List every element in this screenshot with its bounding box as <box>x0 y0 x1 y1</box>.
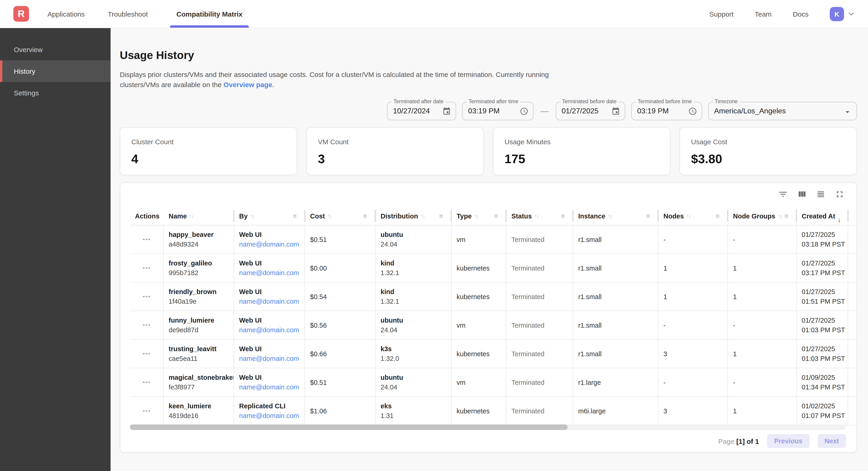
table-body: happy_beavera48d9324Web UIname@domain.co… <box>130 225 857 425</box>
filter-terminated-before-time[interactable]: Terminated before time03:19 PM <box>631 102 702 120</box>
row-email-link[interactable]: name@domain.com <box>239 241 302 248</box>
next-button[interactable]: Next <box>817 434 846 448</box>
distribution-name: k3s <box>380 345 448 353</box>
nav-link-docs[interactable]: Docs <box>793 10 809 18</box>
column-menu-icon[interactable]: = <box>561 212 565 220</box>
column-header-status[interactable]: Status↑↓= <box>506 207 573 225</box>
row-actions-button[interactable] <box>140 322 153 329</box>
created-time: 01:07 PM PST <box>802 412 845 419</box>
row-actions-button[interactable] <box>140 407 153 415</box>
calendar-icon <box>611 107 620 115</box>
overview-page-link[interactable]: Overview page <box>223 81 272 88</box>
density-button[interactable] <box>815 189 826 199</box>
table-row: frosty_galileo995b7182Web UIname@domain.… <box>130 254 857 283</box>
column-label: Status <box>512 212 532 219</box>
row-actions-button[interactable] <box>140 236 153 243</box>
column-menu-icon[interactable]: = <box>292 212 297 220</box>
created-by-source: Web UI <box>239 260 302 267</box>
column-menu-icon[interactable]: = <box>784 212 788 220</box>
column-header-distribution[interactable]: Distribution↑↓= <box>375 207 452 225</box>
cell-name: trusting_leavittcae5ea11 <box>163 340 234 368</box>
nodes-value: 3 <box>663 350 725 357</box>
row-email-link[interactable]: name@domain.com <box>239 355 302 362</box>
cluster-id: 995b7182 <box>168 269 231 276</box>
tab-troubleshoot[interactable]: Troubleshoot <box>107 0 149 28</box>
tab-compatibility-matrix[interactable]: Compatibility Matrix <box>170 0 249 28</box>
cell-node_groups: - <box>728 311 797 339</box>
filter-terminated-after-time[interactable]: Terminated after time03:19 PM <box>462 102 533 120</box>
row-actions-button[interactable] <box>140 265 153 272</box>
column-header-by[interactable]: By↑↓= <box>234 207 305 225</box>
column-header-type[interactable]: Type↑↓= <box>452 207 506 225</box>
sort-icon: ↑↓ <box>250 212 254 219</box>
cell-cost: $0.51 <box>305 225 375 254</box>
stat-card-usage-cost: Usage Cost$3.80 <box>680 127 857 175</box>
column-header-created-at[interactable]: Created At↓ <box>797 207 848 225</box>
app: R ApplicationsTroubleshootCompatibility … <box>0 0 868 471</box>
row-email-link[interactable]: name@domain.com <box>239 269 302 276</box>
cell-created_at: 01/27/202501:51 PM PST <box>797 283 848 311</box>
filter-value: 03:19 PM <box>637 107 669 115</box>
sidebar-item-settings[interactable]: Settings <box>0 82 111 104</box>
cell-instance: r1.large <box>573 368 658 396</box>
filter-timezone[interactable]: TimezoneAmerica/Los_Angeles <box>708 102 857 120</box>
column-header-name[interactable]: Name↑↓ <box>163 207 234 225</box>
node-groups-value: 1 <box>733 293 793 300</box>
filter-button[interactable] <box>778 189 788 199</box>
status-value: Terminated <box>512 264 570 272</box>
horizontal-scrollbar-thumb[interactable] <box>130 424 568 430</box>
sidebar-item-history[interactable]: History <box>0 60 111 82</box>
row-actions-button[interactable] <box>140 350 153 357</box>
cell-type: vm <box>452 311 506 339</box>
type-value: vm <box>457 379 503 386</box>
column-header-cost[interactable]: Cost↑↓= <box>305 207 375 225</box>
filter-value: 10/27/2024 <box>393 107 430 115</box>
row-actions-button[interactable] <box>140 293 153 300</box>
horizontal-scrollbar-track[interactable] <box>130 424 845 430</box>
cost-value: $0.51 <box>310 236 372 243</box>
primary-tabs: ApplicationsTroubleshootCompatibility Ma… <box>46 0 249 28</box>
column-menu-icon[interactable]: = <box>646 212 650 220</box>
cell-nodes: - <box>658 368 728 396</box>
sidebar-item-overview[interactable]: Overview <box>0 39 111 60</box>
nav-link-support[interactable]: Support <box>709 10 734 18</box>
cluster-id: de9ed87d <box>168 326 231 334</box>
row-actions-button[interactable] <box>140 379 153 386</box>
fullscreen-button[interactable] <box>834 189 844 199</box>
chevron-down-icon[interactable] <box>847 10 855 18</box>
user-avatar[interactable]: K <box>830 7 844 21</box>
row-email-link[interactable]: name@domain.com <box>239 412 302 419</box>
status-value: Terminated <box>512 379 570 386</box>
column-header-node-groups[interactable]: Node Groups↑↓= <box>728 207 797 225</box>
column-separator[interactable] <box>847 210 849 222</box>
row-email-link[interactable]: name@domain.com <box>239 326 302 334</box>
description-line1: Displays prior clusters/VMs and their as… <box>120 70 549 78</box>
tab-applications[interactable]: Applications <box>46 0 86 28</box>
cell-actions <box>130 397 163 425</box>
cell-cost: $0.66 <box>305 340 375 368</box>
filter-terminated-after-date[interactable]: Terminated after date10/27/2024 <box>387 102 456 120</box>
nav-right: SupportTeamDocs K <box>709 7 855 21</box>
page-description: Displays prior clusters/VMs and their as… <box>120 69 562 90</box>
row-email-link[interactable]: name@domain.com <box>239 383 302 391</box>
replicated-logo[interactable]: R <box>13 6 29 22</box>
created-time: 01:03 PM PST <box>802 326 845 334</box>
filter-terminated-before-date[interactable]: Terminated before date01/27/2025 <box>556 102 625 120</box>
columns-button[interactable] <box>797 189 807 199</box>
cell-instance: r1.small <box>573 254 658 282</box>
cell-cost: $0.54 <box>305 283 375 311</box>
row-email-link[interactable]: name@domain.com <box>239 298 302 305</box>
filter-label: Terminated after date <box>392 99 445 105</box>
column-menu-icon[interactable]: = <box>715 212 720 220</box>
nav-link-team[interactable]: Team <box>755 10 772 18</box>
column-menu-icon[interactable]: = <box>494 212 498 220</box>
column-header-instance[interactable]: Instance↑↓= <box>573 207 658 225</box>
column-header-nodes[interactable]: Nodes↑↓= <box>658 207 728 225</box>
previous-button[interactable]: Previous <box>767 434 809 448</box>
cell-by: Replicated CLIname@domain.com <box>234 397 305 425</box>
stat-card-cluster-count: Cluster Count4 <box>120 127 297 175</box>
usage-table-card: ActionsName↑↓By↑↓=Cost↑↓=Distribution↑↓=… <box>120 182 857 452</box>
filter-label: Terminated before time <box>636 99 693 105</box>
column-menu-icon[interactable]: = <box>439 212 443 220</box>
column-menu-icon[interactable]: = <box>363 212 367 220</box>
